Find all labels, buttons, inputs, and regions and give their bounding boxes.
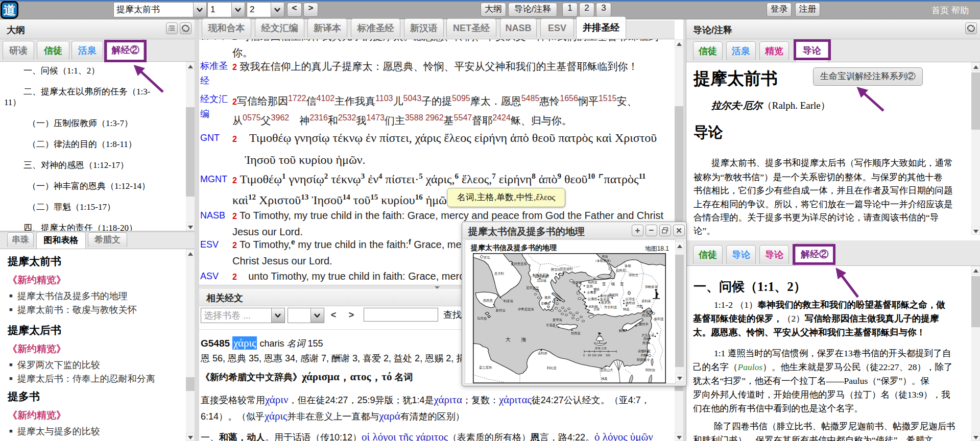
svg-text:西西里: 西西里: [483, 299, 493, 303]
svg-text:基利家: 基利家: [641, 299, 651, 303]
svg-text:叙拉古: 叙拉古: [495, 308, 506, 312]
svg-text:马其顿: 马其顿: [537, 279, 547, 283]
svg-text:约帕: 约帕: [641, 353, 648, 357]
svg-text:叙利亚: 叙利亚: [654, 317, 664, 321]
svg-text:歌罗西: 歌罗西: [601, 301, 611, 305]
svg-text:320: 320: [606, 354, 610, 357]
svg-text:加帕多家: 加帕多家: [645, 285, 658, 289]
svg-text:0: 0: [583, 354, 585, 357]
svg-text:旁非利亚: 旁非利亚: [604, 305, 617, 309]
svg-text:以弗所: 以弗所: [588, 297, 598, 301]
svg-text:阿拉伯: 阿拉伯: [646, 368, 655, 372]
svg-text:马耳他: 马耳他: [477, 316, 487, 321]
svg-text:（本都显湖）: （本都显湖）: [593, 259, 613, 263]
svg-text:帖撒罗尼迦: 帖撒罗尼迦: [533, 273, 548, 277]
svg-text:大数: 大数: [636, 304, 643, 308]
svg-text:伊奥尼亚海: 伊奥尼亚海: [518, 307, 534, 311]
svg-text:大马士革: 大马士革: [641, 333, 655, 337]
svg-text:爱琴海: 爱琴海: [553, 318, 563, 322]
svg-text:大 海: 大 海: [506, 337, 531, 342]
svg-text:耶路撒冷: 耶路撒冷: [636, 358, 650, 362]
svg-text:尼亚波利: 尼亚波利: [560, 267, 572, 271]
svg-text:士每拿: 士每拿: [587, 290, 597, 295]
svg-text:加拉太: 加拉太: [629, 273, 639, 277]
svg-text:120: 120: [592, 354, 596, 357]
svg-text:路司得: 路司得: [626, 301, 636, 305]
svg-text:哥林多: 哥林多: [541, 302, 551, 305]
svg-text:每西亚: 每西亚: [588, 280, 598, 284]
svg-text:西流基: 西流基: [641, 313, 652, 317]
svg-text:亚朔: 亚朔: [586, 284, 593, 288]
svg-text:罗马: 罗马: [484, 256, 490, 259]
svg-text:西顿: 西顿: [643, 337, 650, 341]
svg-text:尼哥波立: 尼哥波立: [526, 286, 539, 290]
svg-text:撒拉米: 撒拉米: [639, 322, 649, 326]
svg-text:黑海: 黑海: [602, 255, 608, 259]
svg-text:以哥念: 以哥念: [626, 297, 635, 301]
svg-text:腓立比: 腓立比: [551, 267, 561, 271]
svg-text:安提阿: 安提阿: [609, 293, 619, 297]
svg-text:雅典: 雅典: [544, 296, 551, 300]
svg-text:该撒利亚: 该撒利亚: [638, 349, 651, 353]
svg-text:亚历山大: 亚历山大: [600, 368, 613, 372]
svg-text:庇推尼: 庇推尼: [616, 268, 626, 273]
svg-text:拉西亚: 拉西亚: [571, 331, 581, 335]
svg-text:60: 60: [588, 354, 591, 357]
svg-text:本都: 本都: [625, 264, 631, 268]
svg-text:里程 公里: 里程 公里: [594, 347, 607, 350]
svg-text:利基翁: 利基翁: [503, 299, 514, 303]
svg-text:亚 细 亚: 亚 细 亚: [602, 282, 626, 286]
svg-text:昔兰尼加: 昔兰尼加: [479, 365, 492, 370]
svg-text:特罗亚: 特罗亚: [572, 281, 583, 285]
svg-text:非尼基: 非尼基: [546, 323, 556, 327]
svg-text:撒狄: 撒狄: [593, 287, 600, 291]
svg-text:埃及: 埃及: [601, 377, 608, 380]
svg-text:亚得里亚海: 亚得里亚海: [511, 262, 527, 266]
svg-text:意大利: 意大利: [494, 272, 504, 275]
svg-text:吕家: 吕家: [593, 307, 600, 311]
svg-text:古利奈: 古利奈: [538, 351, 548, 355]
svg-text:利比亚: 利比亚: [546, 366, 557, 370]
svg-text:帕弗: 帕弗: [619, 329, 626, 333]
svg-text:特庇: 特庇: [623, 307, 630, 311]
svg-text:推罗: 推罗: [642, 341, 649, 345]
svg-text:240: 240: [597, 354, 602, 357]
